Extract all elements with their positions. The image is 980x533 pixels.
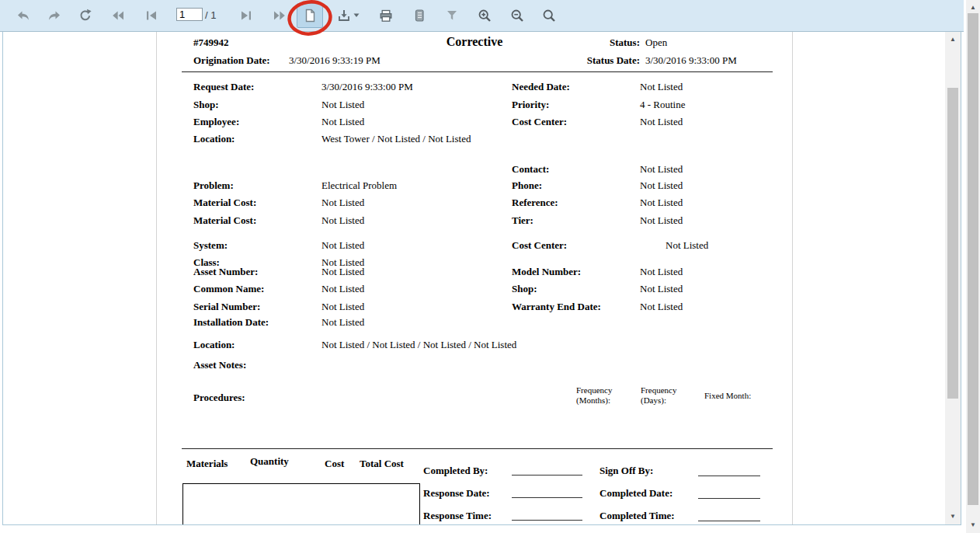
completed-date-label: Completed Date: — [599, 487, 672, 500]
field-label: Material Cost: — [193, 197, 321, 209]
field-row: Reference:Not Listed — [512, 197, 683, 209]
zoom-in-button[interactable] — [474, 5, 495, 26]
redo-arrow-icon — [47, 8, 62, 23]
field-row: System:Not Listed — [193, 239, 364, 252]
field-label: Phone: — [512, 179, 640, 192]
field-label: Contact: — [512, 163, 640, 176]
export-button[interactable] — [333, 5, 363, 26]
field-label: Origination Date: — [193, 54, 289, 67]
filter-button[interactable] — [441, 5, 463, 26]
section-divider — [182, 448, 773, 449]
field-value: Not Listed — [321, 197, 364, 208]
page-count-label: / 1 — [205, 9, 216, 21]
field-value: Not Listed — [640, 266, 683, 277]
field-value: Not Listed — [321, 116, 364, 127]
previous-page-button[interactable] — [107, 5, 129, 26]
field-label: Needed Date: — [512, 81, 640, 93]
browser-scrollbar-thumb[interactable] — [968, 13, 978, 505]
fill-in-line — [512, 497, 582, 498]
field-row: Procedures: — [193, 392, 321, 404]
field-value: Not Listed — [640, 81, 683, 92]
field-value: Not Listed — [640, 179, 683, 191]
field-row: Material Cost:Not Listed — [193, 214, 364, 227]
single-page-view-button[interactable] — [297, 3, 323, 28]
viewer-scrollbar-thumb[interactable] — [947, 88, 958, 399]
report-document-icon — [412, 8, 427, 23]
field-label: Employee: — [193, 116, 321, 128]
scroll-up-arrow[interactable]: ▲ — [966, 2, 980, 14]
field-label: Location: — [193, 133, 321, 145]
field-row: Cost Center:Not Listed — [512, 116, 683, 128]
field-row: Common Name:Not Listed — [193, 283, 364, 295]
last-page-button[interactable] — [235, 5, 257, 26]
field-label: Tier: — [512, 214, 640, 227]
browser-scrollbar[interactable]: ▲ ▼ — [966, 0, 980, 533]
field-row: Installation Date:Not Listed — [193, 316, 364, 329]
next-page-button[interactable] — [269, 5, 290, 26]
status-value: Open — [645, 37, 667, 49]
first-page-button[interactable] — [141, 5, 162, 26]
field-value: Not Listed / Not Listed / Not Listed / N… — [321, 339, 516, 350]
field-value: Not Listed — [640, 301, 683, 312]
field-row: Phone:Not Listed — [512, 179, 683, 192]
field-label: Serial Number: — [193, 301, 321, 313]
field-label: Warranty End Date: — [512, 301, 640, 313]
field-value: Not Listed — [321, 301, 364, 312]
field-label: Request Date: — [193, 81, 321, 93]
printer-icon — [378, 8, 394, 23]
document-map-button[interactable] — [408, 5, 430, 26]
asset-notes-label: Asset Notes: — [193, 359, 321, 371]
sign-off-by-label: Sign Off By: — [599, 465, 653, 477]
field-value: Not Listed — [640, 214, 683, 226]
completed-time-label: Completed Time: — [599, 510, 675, 522]
response-date-label: Response Date: — [423, 487, 490, 500]
materials-header: Materials — [186, 458, 228, 470]
field-value: Not Listed — [321, 239, 364, 251]
field-row: Material Cost:Not Listed — [193, 197, 364, 209]
double-left-arrow-icon — [110, 8, 126, 23]
field-row: Shop:Not Listed — [193, 99, 364, 111]
zoom-out-button[interactable] — [506, 5, 528, 26]
forward-button[interactable] — [43, 5, 65, 26]
fill-in-line — [698, 476, 760, 476]
field-value: Not Listed — [640, 283, 683, 294]
field-row: Cost Center:Not Listed — [512, 239, 708, 252]
field-value: Electrical Problem — [321, 179, 397, 191]
quantity-header: Quantity — [250, 455, 289, 468]
report-page: #749942 Corrective Status: Open Originat… — [156, 32, 793, 524]
refresh-icon — [78, 8, 93, 23]
viewer-scrollbar[interactable]: ▲ ▼ — [945, 32, 961, 524]
undo-arrow-icon — [16, 8, 31, 23]
materials-table-box — [182, 483, 420, 525]
search-icon — [541, 8, 557, 23]
field-row: Problem:Electrical Problem — [193, 179, 397, 192]
scroll-down-arrow[interactable]: ▼ — [945, 510, 961, 523]
field-label: Model Number: — [512, 266, 640, 278]
report-title: Corrective — [157, 35, 792, 49]
field-row: Request Date:3/30/2016 9:33:00 PM — [193, 81, 413, 93]
refresh-button[interactable] — [75, 5, 96, 26]
cost-header: Cost — [325, 458, 344, 470]
filter-funnel-icon — [444, 8, 460, 23]
field-row: Location:Not Listed / Not Listed / Not L… — [193, 339, 516, 351]
field-label: Priority: — [512, 99, 640, 111]
scroll-down-arrow[interactable]: ▼ — [966, 519, 980, 531]
field-label: Shop: — [193, 99, 321, 111]
header-divider — [182, 71, 773, 72]
print-button[interactable] — [375, 5, 397, 26]
field-label: Shop: — [512, 283, 640, 295]
search-button[interactable] — [538, 5, 560, 26]
field-value: West Tower / Not Listed / Not Listed — [321, 133, 471, 145]
field-row: Asset Notes: — [193, 359, 321, 371]
page-number-input[interactable] — [176, 8, 203, 21]
scroll-up-arrow[interactable]: ▲ — [945, 33, 961, 46]
status-date-value: 3/30/2016 9:33:00 PM — [645, 54, 737, 67]
field-label: Installation Date: — [193, 316, 321, 329]
zoom-out-icon — [509, 8, 525, 23]
back-button[interactable] — [12, 5, 34, 26]
field-label: Cost Center: — [512, 239, 665, 252]
report-viewer-toolbar: / 1 — [0, 0, 964, 32]
total-cost-header: Total Cost — [360, 458, 404, 470]
procedures-label: Procedures: — [193, 392, 321, 404]
field-label: Reference: — [512, 197, 640, 209]
